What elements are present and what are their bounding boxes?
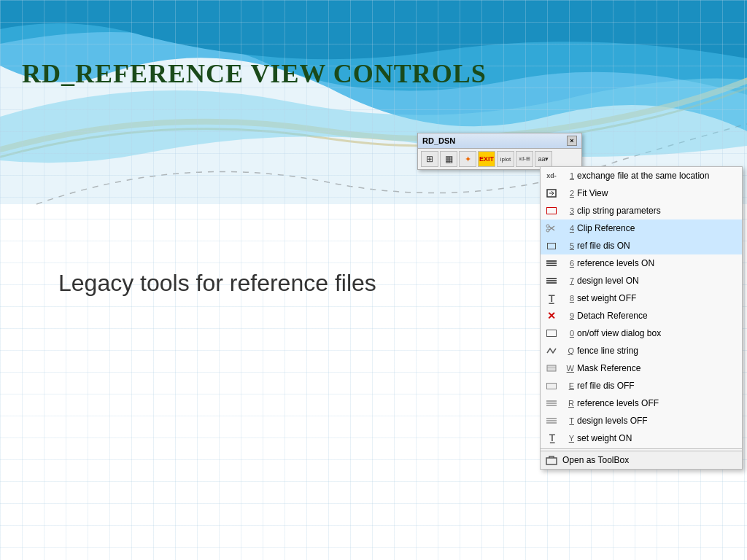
menu-label-1: exchange file at the same location	[577, 171, 709, 181]
menu-item-4[interactable]: 4 Clip Reference	[541, 219, 742, 237]
clip-rect-icon	[546, 207, 557, 214]
view-dialog-icon	[546, 330, 557, 337]
menu-label-t: design levels OFF	[577, 416, 648, 426]
menu-item-3[interactable]: 3 clip string parameters	[541, 202, 742, 219]
menu-icon-1: xd-	[543, 169, 560, 182]
ref-levels-on-icon	[546, 260, 557, 266]
detach-reference-icon: ✕	[547, 310, 556, 322]
menu-item-w[interactable]: W Mask Reference	[541, 359, 742, 377]
ref-file-dis-off-icon	[546, 383, 557, 389]
menu-item-t[interactable]: T design levels OFF	[541, 412, 742, 429]
menu-key-4: 4	[562, 224, 574, 233]
menu-icon-5	[543, 239, 560, 252]
menu-key-5: 5	[562, 241, 574, 250]
menu-label-8: set weight OFF	[577, 293, 636, 303]
exit-icon: EXIT	[479, 155, 494, 163]
menu-item-5[interactable]: 5 ref file dis ON	[541, 237, 742, 254]
menu-key-8: 8	[562, 294, 574, 303]
menu-item-r[interactable]: R reference levels OFF	[541, 394, 742, 412]
menu-key-1: 1	[562, 171, 574, 180]
menu-item-2[interactable]: 2 Fit View	[541, 184, 742, 202]
toolbar-title: RD_DSN	[422, 136, 455, 145]
page-content: RD_Reference View Controls Legacy tools …	[0, 0, 747, 560]
menu-key-q: Q	[562, 346, 574, 355]
toolbar-icon-star[interactable]: ✦	[459, 151, 476, 167]
set-weight-off-icon: T̲	[549, 293, 554, 304]
menu-key-r: R	[562, 399, 574, 408]
menu-key-9: 9	[562, 311, 574, 320]
fitview-icon	[546, 188, 557, 198]
menu-key-6: 6	[562, 259, 574, 268]
star-icon: ✦	[465, 155, 471, 164]
svg-rect-5	[547, 365, 556, 371]
dropdown-menu: xd- 1 exchange file at the same location…	[540, 166, 743, 470]
menu-separator	[541, 448, 742, 449]
xd-icon: xd-⊞	[519, 156, 530, 162]
fence-line-icon	[546, 346, 557, 356]
toolbar-icon-aa[interactable]: aa▾	[535, 151, 552, 167]
toolbar-icon-grid[interactable]: ⊞	[421, 151, 438, 167]
xd-icon: xd-	[546, 172, 557, 179]
menu-item-q[interactable]: Q fence line string	[541, 342, 742, 359]
toolbar-close-button[interactable]: ×	[567, 136, 577, 146]
menu-icon-t	[543, 414, 560, 427]
toolbar-icon-table[interactable]: ▦	[440, 151, 457, 167]
menu-item-e[interactable]: E ref file dis OFF	[541, 377, 742, 394]
clip-reference-icon	[546, 223, 557, 233]
svg-rect-6	[546, 458, 557, 464]
aa-icon: aa▾	[538, 155, 549, 163]
menu-icon-7	[543, 274, 560, 287]
iplot-icon: iplot	[500, 156, 511, 163]
menu-label-5: ref file dis ON	[577, 241, 630, 251]
design-level-on-icon	[546, 278, 557, 284]
mask-reference-icon	[546, 363, 557, 373]
menu-icon-e	[543, 379, 560, 392]
menu-footer-icon	[543, 454, 560, 467]
menu-item-9[interactable]: ✕ 9 Detach Reference	[541, 307, 742, 324]
menu-label-0: on/off view dialog box	[577, 328, 661, 338]
menu-label-3: clip string parameters	[577, 206, 661, 216]
toolbar-window: RD_DSN × ⊞ ▦ ✦ EXIT iplot xd-⊞	[417, 133, 582, 170]
menu-label-9: Detach Reference	[577, 311, 648, 321]
page-title: RD_Reference View Controls	[22, 58, 487, 89]
menu-key-w: W	[562, 364, 574, 373]
menu-item-1[interactable]: xd- 1 exchange file at the same location	[541, 167, 742, 184]
toolbar-icon-iplot[interactable]: iplot	[497, 151, 514, 167]
toolbar-icon-exit[interactable]: EXIT	[478, 151, 495, 167]
menu-icon-y: T̲	[543, 432, 560, 445]
menu-icon-0	[543, 327, 560, 340]
toolbox-icon	[546, 455, 557, 465]
menu-item-8[interactable]: T̲ 8 set weight OFF	[541, 289, 742, 307]
table-icon: ▦	[445, 154, 453, 164]
menu-item-7[interactable]: 7 design level ON	[541, 272, 742, 289]
menu-icon-3	[543, 204, 560, 217]
menu-icon-r	[543, 397, 560, 410]
menu-item-6[interactable]: 6 reference levels ON	[541, 254, 742, 272]
body-text: Legacy tools for reference files	[58, 270, 376, 297]
menu-key-7: 7	[562, 276, 574, 285]
menu-label-w: Mask Reference	[577, 363, 640, 373]
menu-icon-2	[543, 187, 560, 200]
menu-item-0[interactable]: 0 on/off view dialog box	[541, 324, 742, 342]
set-weight-on-icon: T̲	[549, 433, 554, 443]
menu-key-2: 2	[562, 189, 574, 198]
menu-footer-label: Open as ToolBox	[562, 455, 629, 465]
menu-key-0: 0	[562, 329, 574, 338]
menu-label-q: fence line string	[577, 346, 638, 356]
close-icon: ×	[570, 137, 573, 144]
toolbar-titlebar: RD_DSN ×	[418, 133, 581, 149]
menu-footer-open-toolbox[interactable]: Open as ToolBox	[541, 451, 742, 469]
menu-key-t: T	[562, 416, 574, 425]
menu-label-r: reference levels OFF	[577, 398, 659, 408]
toolbar-icon-xd[interactable]: xd-⊞	[516, 151, 533, 167]
ref-levels-off-icon	[546, 400, 557, 406]
menu-label-6: reference levels ON	[577, 258, 654, 268]
menu-label-7: design level ON	[577, 276, 639, 286]
ref-file-dis-on-icon	[547, 243, 556, 249]
menu-icon-6	[543, 257, 560, 270]
menu-label-2: Fit View	[577, 188, 608, 198]
design-levels-off-icon	[546, 418, 557, 424]
menu-label-e: ref file dis OFF	[577, 381, 635, 391]
menu-key-e: E	[562, 381, 574, 390]
menu-item-y[interactable]: T̲ Y set weight ON	[541, 429, 742, 447]
